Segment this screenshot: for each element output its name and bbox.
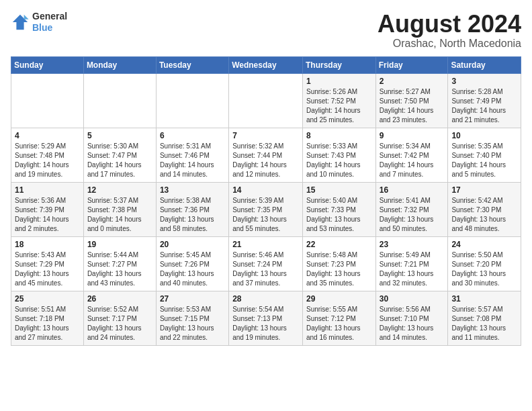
calendar-cell: 8Sunrise: 5:33 AM Sunset: 7:43 PM Daylig… <box>302 128 375 182</box>
day-info: Sunrise: 5:34 AM Sunset: 7:42 PM Dayligh… <box>380 142 445 179</box>
day-number: 27 <box>160 294 225 304</box>
month-year-title: August 2024 <box>378 11 521 38</box>
day-info: Sunrise: 5:38 AM Sunset: 7:36 PM Dayligh… <box>160 196 225 234</box>
day-number: 6 <box>160 131 225 140</box>
calendar-cell: 18Sunrise: 5:43 AM Sunset: 7:29 PM Dayli… <box>11 236 84 291</box>
calendar-cell: 28Sunrise: 5:54 AM Sunset: 7:13 PM Dayli… <box>229 291 303 345</box>
day-info: Sunrise: 5:53 AM Sunset: 7:15 PM Dayligh… <box>160 305 225 342</box>
day-number: 4 <box>15 131 80 140</box>
day-number: 29 <box>306 294 372 304</box>
calendar-cell: 22Sunrise: 5:48 AM Sunset: 7:23 PM Dayli… <box>302 236 375 291</box>
day-number: 2 <box>380 77 445 86</box>
day-number: 16 <box>380 185 445 195</box>
calendar-header-row: SundayMondayTuesdayWednesdayThursdayFrid… <box>11 56 521 73</box>
day-number: 3 <box>451 77 517 86</box>
calendar-week-row: 4Sunrise: 5:29 AM Sunset: 7:48 PM Daylig… <box>11 128 521 182</box>
calendar-cell: 16Sunrise: 5:41 AM Sunset: 7:32 PM Dayli… <box>375 182 448 236</box>
calendar-cell: 23Sunrise: 5:49 AM Sunset: 7:21 PM Dayli… <box>375 236 448 291</box>
calendar-cell: 11Sunrise: 5:36 AM Sunset: 7:39 PM Dayli… <box>11 182 84 236</box>
day-of-week-header: Friday <box>375 56 448 73</box>
calendar-cell: 19Sunrise: 5:44 AM Sunset: 7:27 PM Dayli… <box>83 236 156 291</box>
day-info: Sunrise: 5:26 AM Sunset: 7:52 PM Dayligh… <box>306 87 372 125</box>
day-number: 23 <box>380 240 445 249</box>
calendar-cell: 10Sunrise: 5:35 AM Sunset: 7:40 PM Dayli… <box>448 128 521 182</box>
day-number: 21 <box>232 240 299 249</box>
day-info: Sunrise: 5:57 AM Sunset: 7:08 PM Dayligh… <box>451 305 517 342</box>
svg-marker-1 <box>24 15 29 19</box>
day-number: 10 <box>451 131 517 140</box>
day-info: Sunrise: 5:35 AM Sunset: 7:40 PM Dayligh… <box>451 142 517 179</box>
day-of-week-header: Monday <box>83 56 156 73</box>
calendar-cell: 27Sunrise: 5:53 AM Sunset: 7:15 PM Dayli… <box>156 291 228 345</box>
calendar-week-row: 25Sunrise: 5:51 AM Sunset: 7:18 PM Dayli… <box>11 291 521 345</box>
calendar-cell: 15Sunrise: 5:40 AM Sunset: 7:33 PM Dayli… <box>302 182 375 236</box>
calendar-cell: 12Sunrise: 5:37 AM Sunset: 7:38 PM Dayli… <box>83 182 156 236</box>
day-info: Sunrise: 5:36 AM Sunset: 7:39 PM Dayligh… <box>15 196 80 234</box>
day-info: Sunrise: 5:30 AM Sunset: 7:47 PM Dayligh… <box>87 142 152 179</box>
day-number: 9 <box>380 131 445 140</box>
day-number: 7 <box>232 131 299 140</box>
day-number: 20 <box>160 240 225 249</box>
title-block: August 2024 Orashac, North Macedonia <box>378 11 521 50</box>
day-of-week-header: Thursday <box>302 56 375 73</box>
calendar-cell: 7Sunrise: 5:32 AM Sunset: 7:44 PM Daylig… <box>229 128 303 182</box>
calendar-cell <box>229 73 303 128</box>
calendar-cell: 20Sunrise: 5:45 AM Sunset: 7:26 PM Dayli… <box>156 236 228 291</box>
day-info: Sunrise: 5:32 AM Sunset: 7:44 PM Dayligh… <box>232 142 299 179</box>
calendar-cell: 14Sunrise: 5:39 AM Sunset: 7:35 PM Dayli… <box>229 182 303 236</box>
day-info: Sunrise: 5:56 AM Sunset: 7:10 PM Dayligh… <box>380 305 445 342</box>
page-header: General Blue August 2024 Orashac, North … <box>11 11 521 50</box>
day-info: Sunrise: 5:27 AM Sunset: 7:50 PM Dayligh… <box>380 87 445 125</box>
day-of-week-header: Tuesday <box>156 56 228 73</box>
day-number: 5 <box>87 131 152 140</box>
calendar-cell <box>156 73 228 128</box>
day-info: Sunrise: 5:29 AM Sunset: 7:48 PM Dayligh… <box>15 142 80 179</box>
day-number: 1 <box>306 77 372 86</box>
day-number: 11 <box>15 185 80 195</box>
logo: General Blue <box>11 11 67 34</box>
day-of-week-header: Wednesday <box>229 56 303 73</box>
day-of-week-header: Saturday <box>448 56 521 73</box>
day-info: Sunrise: 5:50 AM Sunset: 7:20 PM Dayligh… <box>451 250 517 288</box>
day-number: 12 <box>87 185 152 195</box>
calendar-week-row: 1Sunrise: 5:26 AM Sunset: 7:52 PM Daylig… <box>11 73 521 128</box>
calendar-cell: 9Sunrise: 5:34 AM Sunset: 7:42 PM Daylig… <box>375 128 448 182</box>
day-info: Sunrise: 5:39 AM Sunset: 7:35 PM Dayligh… <box>232 196 299 234</box>
day-number: 25 <box>15 294 80 304</box>
calendar-week-row: 18Sunrise: 5:43 AM Sunset: 7:29 PM Dayli… <box>11 236 521 291</box>
calendar-cell: 17Sunrise: 5:42 AM Sunset: 7:30 PM Dayli… <box>448 182 521 236</box>
logo-general: General <box>32 11 67 22</box>
calendar-cell: 1Sunrise: 5:26 AM Sunset: 7:52 PM Daylig… <box>302 73 375 128</box>
location-title: Orashac, North Macedonia <box>378 38 521 50</box>
day-info: Sunrise: 5:43 AM Sunset: 7:29 PM Dayligh… <box>15 250 80 288</box>
day-info: Sunrise: 5:33 AM Sunset: 7:43 PM Dayligh… <box>306 142 372 179</box>
calendar-cell: 2Sunrise: 5:27 AM Sunset: 7:50 PM Daylig… <box>375 73 448 128</box>
day-number: 31 <box>451 294 517 304</box>
day-info: Sunrise: 5:55 AM Sunset: 7:12 PM Dayligh… <box>306 305 372 342</box>
calendar-cell: 21Sunrise: 5:46 AM Sunset: 7:24 PM Dayli… <box>229 236 303 291</box>
calendar-table: SundayMondayTuesdayWednesdayThursdayFrid… <box>11 56 521 346</box>
logo-icon <box>11 13 30 32</box>
day-info: Sunrise: 5:37 AM Sunset: 7:38 PM Dayligh… <box>87 196 152 234</box>
day-info: Sunrise: 5:42 AM Sunset: 7:30 PM Dayligh… <box>451 196 517 234</box>
calendar-cell: 13Sunrise: 5:38 AM Sunset: 7:36 PM Dayli… <box>156 182 228 236</box>
day-info: Sunrise: 5:40 AM Sunset: 7:33 PM Dayligh… <box>306 196 372 234</box>
day-info: Sunrise: 5:48 AM Sunset: 7:23 PM Dayligh… <box>306 250 372 288</box>
day-number: 13 <box>160 185 225 195</box>
day-info: Sunrise: 5:54 AM Sunset: 7:13 PM Dayligh… <box>232 305 299 342</box>
calendar-cell: 31Sunrise: 5:57 AM Sunset: 7:08 PM Dayli… <box>448 291 521 345</box>
day-number: 14 <box>232 185 299 195</box>
day-info: Sunrise: 5:49 AM Sunset: 7:21 PM Dayligh… <box>380 250 445 288</box>
day-of-week-header: Sunday <box>11 56 84 73</box>
calendar-cell: 24Sunrise: 5:50 AM Sunset: 7:20 PM Dayli… <box>448 236 521 291</box>
day-info: Sunrise: 5:28 AM Sunset: 7:49 PM Dayligh… <box>451 87 517 125</box>
calendar-cell: 30Sunrise: 5:56 AM Sunset: 7:10 PM Dayli… <box>375 291 448 345</box>
day-info: Sunrise: 5:51 AM Sunset: 7:18 PM Dayligh… <box>15 305 80 342</box>
calendar-cell: 4Sunrise: 5:29 AM Sunset: 7:48 PM Daylig… <box>11 128 84 182</box>
day-info: Sunrise: 5:45 AM Sunset: 7:26 PM Dayligh… <box>160 250 225 288</box>
day-number: 26 <box>87 294 152 304</box>
calendar-cell: 6Sunrise: 5:31 AM Sunset: 7:46 PM Daylig… <box>156 128 228 182</box>
day-info: Sunrise: 5:41 AM Sunset: 7:32 PM Dayligh… <box>380 196 445 234</box>
day-info: Sunrise: 5:46 AM Sunset: 7:24 PM Dayligh… <box>232 250 299 288</box>
day-number: 28 <box>232 294 299 304</box>
